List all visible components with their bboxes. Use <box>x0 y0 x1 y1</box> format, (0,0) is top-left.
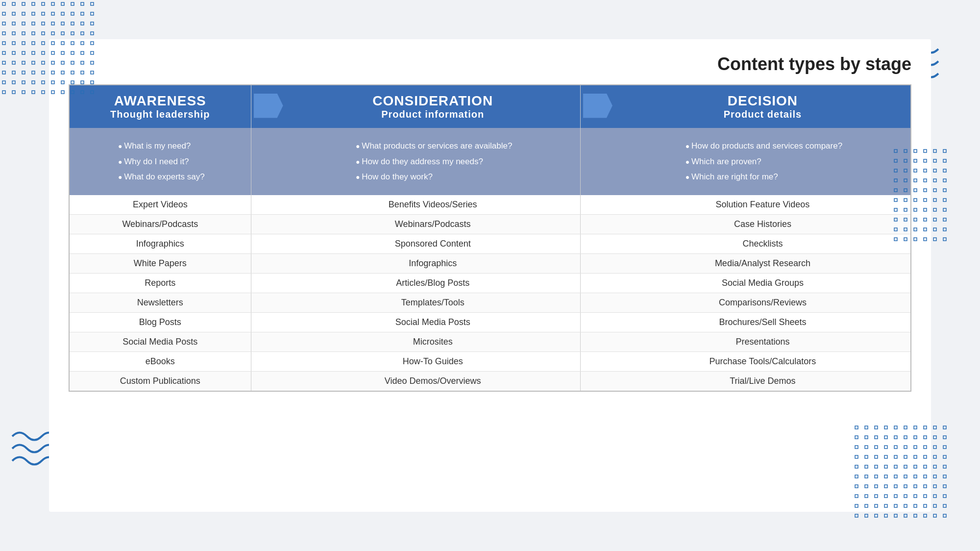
svg-rect-259 <box>943 238 946 241</box>
decision-item-4: Social Media Groups <box>615 273 911 293</box>
svg-rect-241 <box>943 208 946 211</box>
consideration-item-7: Microsites <box>286 332 581 351</box>
awareness-item-8: eBooks <box>69 351 251 371</box>
svg-rect-228 <box>933 189 936 192</box>
awareness-item-3: White Papers <box>69 253 251 273</box>
decision-q2: Which are proven? <box>683 155 842 168</box>
svg-rect-205 <box>943 150 946 152</box>
awareness-item-2: Infographics <box>69 234 251 253</box>
awareness-q3: What do experts say? <box>116 171 205 183</box>
questions-arrow-2 <box>580 128 615 195</box>
consideration-item-3: Infographics <box>286 253 581 273</box>
decision-item-0: Solution Feature Videos <box>615 195 911 215</box>
consideration-item-1: Webinars/Podcasts <box>286 214 581 234</box>
table-row: Infographics Sponsored Content Checklist… <box>69 234 911 253</box>
questions-arrow-1 <box>251 128 286 195</box>
awareness-questions: What is my need? Why do I need it? What … <box>69 128 251 195</box>
consideration-q2: How do they address my needs? <box>353 155 512 168</box>
consideration-questions: What products or services are available?… <box>286 128 581 195</box>
table-row: Newsletters Templates/Tools Comparisons/… <box>69 293 911 312</box>
consideration-item-2: Sponsored Content <box>286 234 581 253</box>
svg-rect-210 <box>933 159 936 162</box>
decision-item-3: Media/Analyst Research <box>615 253 911 273</box>
table-row: eBooks How-To Guides Purchase Tools/Calc… <box>69 351 911 371</box>
awareness-header: AWARENESS Thought leadership <box>69 85 251 128</box>
svg-rect-211 <box>943 159 946 162</box>
awareness-item-7: Social Media Posts <box>69 332 251 351</box>
awareness-item-5: Newsletters <box>69 293 251 312</box>
svg-rect-216 <box>933 169 936 172</box>
svg-rect-253 <box>943 228 946 231</box>
awareness-q1: What is my need? <box>116 140 205 152</box>
decision-item-2: Checklists <box>615 234 911 253</box>
decision-item-8: Purchase Tools/Calculators <box>615 351 911 371</box>
consideration-item-8: How-To Guides <box>286 351 581 371</box>
consideration-item-5: Templates/Tools <box>286 293 581 312</box>
awareness-item-9: Custom Publications <box>69 371 251 391</box>
svg-rect-258 <box>933 238 936 241</box>
svg-rect-223 <box>943 179 946 182</box>
svg-rect-240 <box>933 208 936 211</box>
consideration-header: CONSIDERATION Product information <box>286 85 581 128</box>
page-title: Content types by stage <box>69 54 911 75</box>
awareness-q2: Why do I need it? <box>116 155 205 168</box>
decision-item-7: Presentations <box>615 332 911 351</box>
decision-questions: How do products and services compare? Wh… <box>615 128 911 195</box>
awareness-item-6: Blog Posts <box>69 312 251 332</box>
decision-item-5: Comparisons/Reviews <box>615 293 911 312</box>
consideration-item-0: Benefits Videos/Series <box>286 195 581 215</box>
decision-q3: Which are right for me? <box>683 171 842 183</box>
consideration-q3: How do they work? <box>353 171 512 183</box>
svg-rect-217 <box>943 169 946 172</box>
consideration-item-6: Social Media Posts <box>286 312 581 332</box>
awareness-item-1: Webinars/Podcasts <box>69 214 251 234</box>
awareness-item-4: Reports <box>69 273 251 293</box>
arrow-1 <box>251 85 286 128</box>
consideration-item-9: Video Demos/Overviews <box>286 371 581 391</box>
svg-rect-235 <box>943 199 946 201</box>
decision-item-1: Case Histories <box>615 214 911 234</box>
awareness-item-0: Expert Videos <box>69 195 251 215</box>
consideration-item-4: Articles/Blog Posts <box>286 273 581 293</box>
table-row: Custom Publications Video Demos/Overview… <box>69 371 911 391</box>
svg-rect-229 <box>943 189 946 192</box>
questions-row: What is my need? Why do I need it? What … <box>69 128 911 195</box>
decision-q1: How do products and services compare? <box>683 140 842 152</box>
header-row: AWARENESS Thought leadership CONSIDERATI… <box>69 85 911 128</box>
svg-rect-247 <box>943 218 946 221</box>
table-row: Expert Videos Benefits Videos/Series Sol… <box>69 195 911 215</box>
svg-rect-234 <box>933 199 936 201</box>
consideration-q1: What products or services are available? <box>353 140 512 152</box>
content-table: AWARENESS Thought leadership CONSIDERATI… <box>69 84 911 392</box>
decision-item-9: Trial/Live Demos <box>615 371 911 391</box>
table-row: Webinars/Podcasts Webinars/Podcasts Case… <box>69 214 911 234</box>
table-row: Social Media Posts Microsites Presentati… <box>69 332 911 351</box>
svg-rect-222 <box>933 179 936 182</box>
table-row: Blog Posts Social Media Posts Brochures/… <box>69 312 911 332</box>
svg-rect-246 <box>933 218 936 221</box>
main-card: Content types by stage AWARENESS Thought… <box>49 39 931 512</box>
svg-rect-252 <box>933 228 936 231</box>
table-row: White Papers Infographics Media/Analyst … <box>69 253 911 273</box>
arrow-2 <box>580 85 615 128</box>
svg-rect-204 <box>933 150 936 152</box>
decision-header: DECISION Product details <box>615 85 911 128</box>
decision-item-6: Brochures/Sell Sheets <box>615 312 911 332</box>
table-row: Reports Articles/Blog Posts Social Media… <box>69 273 911 293</box>
